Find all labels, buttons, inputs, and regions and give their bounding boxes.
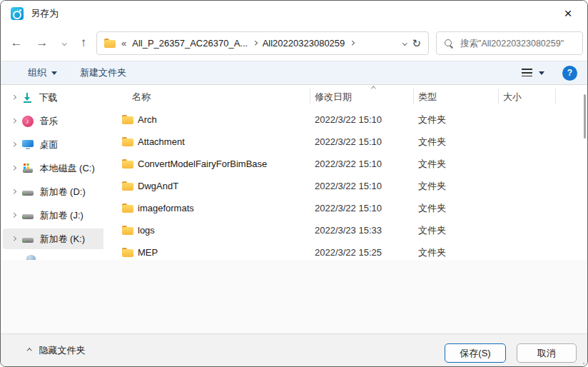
file-type: 文件夹 (413, 246, 498, 259)
drive-icon (22, 188, 34, 196)
file-row[interactable]: Arch 2022/3/22 15:10 文件夹 (115, 109, 584, 131)
column-header-type[interactable]: 类型 (413, 91, 498, 104)
sidebar-item-music[interactable]: ♪ 音乐 (1, 109, 103, 133)
list-column-headers: 名称 修改日期 类型 大小 (115, 85, 587, 109)
folder-icon (104, 39, 116, 48)
chevron-down-icon (62, 41, 66, 45)
expand-chevron-icon[interactable] (11, 166, 16, 170)
file-date: 2022/3/22 15:10 (310, 181, 413, 191)
view-mode-icon[interactable] (522, 69, 532, 77)
music-note-glyph: ♪ (26, 118, 29, 125)
file-date: 2022/3/22 15:10 (310, 159, 413, 169)
up-button[interactable]: ↑ (74, 33, 93, 53)
file-name: MEP (138, 247, 158, 258)
refresh-icon[interactable]: ↻ (412, 37, 421, 50)
sidebar-item-drive-d[interactable]: 新加卷 (D:) (1, 180, 103, 203)
navigation-bar: ← → ↑ « All_P_26357_AC26370_A... All2022… (1, 26, 587, 59)
view-dropdown-icon[interactable] (539, 71, 544, 75)
toolbar-right-group: ? (522, 66, 577, 81)
expand-chevron-icon[interactable] (11, 213, 16, 217)
file-row[interactable]: DwgAndT 2022/3/22 15:10 文件夹 (115, 175, 584, 197)
close-icon: × (564, 6, 572, 21)
drive-icon (22, 211, 34, 220)
breadcrumb-separator-icon[interactable] (253, 41, 257, 45)
address-bar[interactable]: « All_P_26357_AC26370_A... All2022032308… (96, 31, 429, 55)
resize-grip[interactable] (583, 363, 585, 365)
column-divider[interactable] (555, 89, 556, 104)
search-box[interactable] (436, 31, 583, 55)
search-icon (444, 39, 454, 49)
cancel-button[interactable]: 取消 (517, 343, 577, 363)
chevron-up-icon (27, 348, 31, 353)
sidebar-item-drive-j[interactable]: 新加卷 (J:) (1, 203, 103, 227)
sidebar-item-desktop[interactable]: 桌面 (1, 133, 103, 156)
forward-button[interactable]: → (32, 33, 52, 53)
expand-chevron-icon[interactable] (11, 189, 16, 193)
column-header-name[interactable]: 名称 (115, 91, 310, 104)
sidebar-item-label: 下载 (39, 91, 58, 104)
file-date: 2022/3/22 15:25 (310, 247, 413, 258)
save-button-label: 保存(S) (460, 347, 490, 360)
sidebar-item-drive-c[interactable]: 本地磁盘 (C:) (1, 156, 103, 180)
file-name: Attachment (138, 136, 185, 147)
file-row[interactable]: ConvertModelFairyForBimBase 2022/3/22 15… (115, 153, 584, 175)
command-toolbar: 组织 新建文件夹 ? (1, 61, 587, 85)
file-type: 文件夹 (413, 136, 498, 149)
back-icon: ← (11, 36, 23, 50)
hide-folders-button[interactable]: 隐藏文件夹 (28, 334, 86, 367)
breadcrumb-parent[interactable]: All_P_26357_AC26370_A... (132, 38, 248, 49)
file-date: 2022/3/22 15:10 (310, 114, 413, 125)
file-row[interactable]: Attachment 2022/3/22 15:10 文件夹 (115, 131, 584, 153)
cancel-button-label: 取消 (537, 347, 556, 360)
file-name: Arch (138, 114, 157, 125)
column-divider[interactable] (413, 89, 414, 104)
save-as-dialog: 另存为 × ← → ↑ « All_P_26357_AC26370_A... A… (0, 0, 588, 367)
sidebar-item-label: 音乐 (40, 115, 59, 128)
folder-icon (122, 248, 133, 257)
close-button[interactable]: × (553, 2, 583, 24)
column-header-size[interactable]: 大小 (498, 91, 555, 104)
expand-chevron-icon[interactable] (11, 95, 16, 99)
file-row[interactable]: logs 2022/3/23 15:33 文件夹 (115, 219, 584, 241)
file-list: Arch 2022/3/22 15:10 文件夹 Attachment 2022… (115, 109, 584, 260)
sidebar-item-downloads[interactable]: 下载 (1, 86, 103, 109)
folder-icon (122, 159, 133, 169)
desktop-icon (22, 140, 34, 149)
file-row[interactable]: imageformats 2022/3/22 15:10 文件夹 (115, 197, 584, 219)
organize-label: 组织 (28, 66, 46, 79)
search-input[interactable] (460, 39, 575, 49)
drive-icon (22, 235, 34, 243)
windows-flag-icon (24, 164, 26, 166)
system-drive-icon (22, 164, 34, 173)
list-scrollbar-thumb[interactable] (584, 94, 586, 139)
sidebar-item-drive-k[interactable]: 新加卷 (K:) (1, 227, 103, 251)
file-type: 文件夹 (413, 158, 498, 171)
back-button[interactable]: ← (6, 33, 26, 53)
recent-locations-button[interactable] (56, 33, 72, 53)
breadcrumb-overflow-button[interactable]: « (121, 38, 126, 49)
folder-icon (122, 181, 133, 191)
expand-chevron-icon[interactable] (11, 236, 16, 241)
sidebar-item-label: 本地磁盘 (C:) (40, 162, 95, 175)
file-date: 2022/3/22 15:10 (310, 136, 413, 147)
breadcrumb-current[interactable]: All20220323080259 (263, 38, 345, 49)
dropdown-triangle-icon (51, 71, 57, 75)
file-row[interactable]: MEP 2022/3/22 15:25 文件夹 (115, 241, 584, 260)
expand-chevron-icon[interactable] (11, 119, 16, 123)
column-header-date[interactable]: 修改日期 (310, 91, 413, 104)
dialog-footer: 隐藏文件夹 保存(S) 取消 (1, 333, 587, 367)
file-name: imageformats (138, 203, 194, 213)
column-divider[interactable] (498, 89, 499, 104)
expand-chevron-icon[interactable] (11, 142, 16, 146)
file-type: 文件夹 (413, 114, 498, 126)
save-button[interactable]: 保存(S) (445, 343, 506, 363)
folder-icon (122, 137, 133, 146)
sidebar-item-label: 新加卷 (K:) (40, 233, 86, 246)
save-fields-panel: 文件名(N): test0323-1 保存类型(T): XDB Files(*.… (1, 260, 587, 333)
new-folder-button[interactable]: 新建文件夹 (80, 66, 126, 79)
address-dropdown-icon[interactable] (402, 41, 407, 45)
breadcrumb-separator-icon[interactable] (350, 41, 354, 45)
help-button[interactable]: ? (562, 66, 577, 81)
column-divider[interactable] (310, 89, 310, 104)
organize-menu-button[interactable]: 组织 (28, 66, 57, 79)
